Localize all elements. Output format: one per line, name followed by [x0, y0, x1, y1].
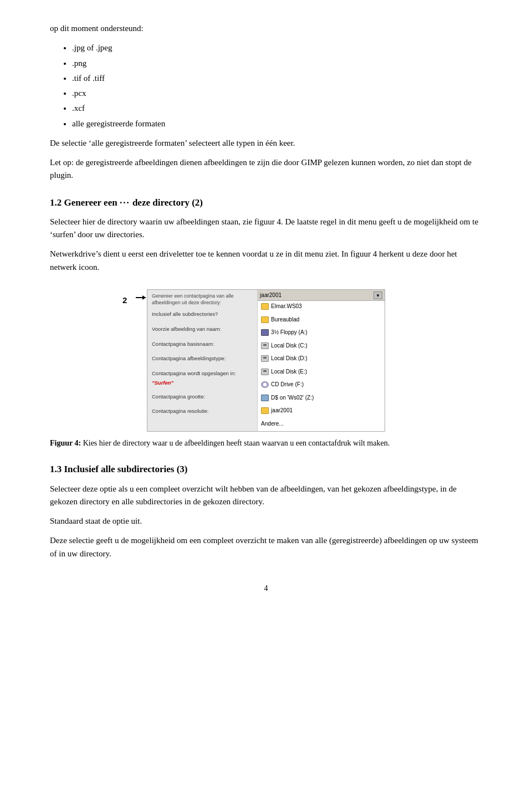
dir-item-label: Local Disk (C:)	[271, 341, 308, 350]
row-label-1: Inclusief alle subdirectories?	[152, 310, 253, 319]
dialog-row-5: Contactpagina wordt opgeslagen in: "Surf…	[152, 370, 253, 387]
section-1-3-heading: 1.3 Inclusief alle subdirectories (3)	[50, 462, 482, 477]
annotation-arrow	[136, 297, 146, 298]
row-label-3: Contactpagina basisnaam:	[152, 340, 253, 349]
annotation-number: 2	[122, 294, 127, 306]
dir-item-label: 3½ Floppy (A:)	[271, 328, 308, 337]
page-number: 4	[50, 582, 482, 595]
folder-icon	[261, 316, 269, 323]
dir-item-label: Local Disk (E:)	[271, 367, 307, 376]
dialog-row-7: Contactpagina resolutie:	[152, 407, 253, 417]
section-title-start: Genereer een ··· deze directory (2)	[64, 197, 203, 208]
dir-item-cd[interactable]: CD Drive (F:)	[258, 379, 385, 390]
floppy-icon	[261, 329, 269, 336]
list-item: .tif of .tiff	[72, 72, 482, 85]
dialog-row-1: Inclusief alle subdirectories?	[152, 310, 253, 320]
dir-item-local-c[interactable]: Local Disk (C:)	[258, 340, 385, 351]
figure-caption-text: Kies hier de directory waar u de afbeeld…	[83, 439, 390, 447]
dir-item-network[interactable]: D$ on 'Ws02' (Z:)	[258, 392, 385, 403]
dir-item-label: Elmar.WS03	[271, 302, 302, 311]
directory-list: Elmar.WS03 Bureaublad 3½ Floppy (A:)	[258, 301, 385, 429]
figure-4-caption: Figuur 4: Kies hier de directory waar u …	[50, 437, 482, 449]
network-icon	[261, 395, 269, 401]
folder-icon	[261, 303, 269, 310]
list-item: alle geregistreerde formaten	[72, 117, 482, 130]
drive-icon	[261, 355, 269, 362]
figure-wrapper: 2 Genereer een contactpagina van alle af…	[147, 289, 385, 432]
surfen-text: "Surfen"	[152, 379, 253, 387]
section-1-2-para2: Netwerkdrive’s dient u eerst een drivele…	[50, 248, 482, 274]
dir-item-label: CD Drive (F:)	[271, 380, 304, 389]
dialog-left-panel: Genereer een contactpagina van alle afbe…	[147, 290, 258, 432]
dir-item-label: Local Disk (D:)	[271, 354, 308, 363]
figure-label: Figuur 4:	[50, 439, 81, 447]
dir-item-label: Bureaublad	[271, 315, 299, 324]
dialog-header: Genereer een contactpagina van alle afbe…	[152, 293, 253, 306]
list-item: .jpg of .jpeg	[72, 42, 482, 54]
dialog-row-2: Voorzie afbeelding van naam:	[152, 325, 253, 335]
dropdown-bar[interactable]: jaar2001 ▼	[258, 290, 385, 301]
section-number: 1.2	[50, 197, 62, 208]
figure-dialog: Genereer een contactpagina van alle afbe…	[147, 289, 385, 432]
list-item: .pcx	[72, 87, 482, 100]
row-label-2: Voorzie afbeelding van naam:	[152, 325, 253, 334]
dialog-row-3: Contactpagina basisnaam:	[152, 340, 253, 350]
dir-item-label: jaar2001	[271, 406, 293, 415]
let-op-paragraph: Let op: de geregistreerde afbeeldingen d…	[50, 156, 482, 182]
page-content: op dit moment ondersteund: .jpg of .jpeg…	[50, 22, 482, 595]
list-item: .png	[72, 57, 482, 70]
dialog-right-panel: jaar2001 ▼ Elmar.WS03 Bureaublad	[258, 290, 385, 432]
section-1-3-para1: Selecteer deze optie als u een compleet …	[50, 483, 482, 509]
row-label-5: Contactpagina wordt opgeslagen in:	[152, 370, 253, 378]
dir-item-jaar2001[interactable]: jaar2001	[258, 405, 385, 416]
dir-item-label: Andere...	[261, 420, 284, 428]
section-1-2-para1: Selecteer hier de directory waarin uw af…	[50, 216, 482, 242]
section-1-3-para3: Deze selectie geeft u de mogelijkheid om…	[50, 534, 482, 560]
dir-item-floppy[interactable]: 3½ Floppy (A:)	[258, 327, 385, 338]
drive-icon	[261, 342, 269, 349]
section-number-1-3: 1.3	[50, 464, 62, 474]
note-paragraph: De selectie ‘alle geregistreerde formate…	[50, 137, 482, 150]
row-label-6: Contactpagina grootte:	[152, 393, 253, 401]
dir-item-bureaublad[interactable]: Bureaublad	[258, 314, 385, 325]
dropdown-value: jaar2001	[260, 291, 282, 300]
section-1-3-para2: Standaard staat de optie uit.	[50, 515, 482, 528]
folder-icon	[261, 407, 269, 414]
dialog-row-6: Contactpagina grootte:	[152, 393, 253, 402]
figure-4-container: 2 Genereer een contactpagina van alle af…	[50, 289, 482, 432]
row-label-7: Contactpagina resolutie:	[152, 407, 253, 416]
dir-item-andere[interactable]: Andere...	[258, 418, 385, 429]
cd-icon	[261, 381, 269, 388]
format-list: .jpg of .jpeg .png .tif of .tiff .pcx .x…	[72, 42, 482, 130]
dir-item-local-d[interactable]: Local Disk (D:)	[258, 353, 385, 364]
row-label-4: Contactpagina afbeeldingstype:	[152, 355, 253, 363]
dropdown-arrow-icon[interactable]: ▼	[374, 291, 382, 299]
dir-item-elmar[interactable]: Elmar.WS03	[258, 301, 385, 312]
dir-item-label: D$ on 'Ws02' (Z:)	[271, 393, 314, 402]
list-item: .xcf	[72, 102, 482, 115]
dir-item-local-e[interactable]: Local Disk (E:)	[258, 366, 385, 377]
intro-text: op dit moment ondersteund:	[50, 22, 482, 35]
section-1-2-heading: 1.2 Genereer een ··· deze directory (2)	[50, 196, 482, 210]
drive-icon	[261, 369, 269, 375]
dialog-row-4: Contactpagina afbeeldingstype:	[152, 355, 253, 364]
